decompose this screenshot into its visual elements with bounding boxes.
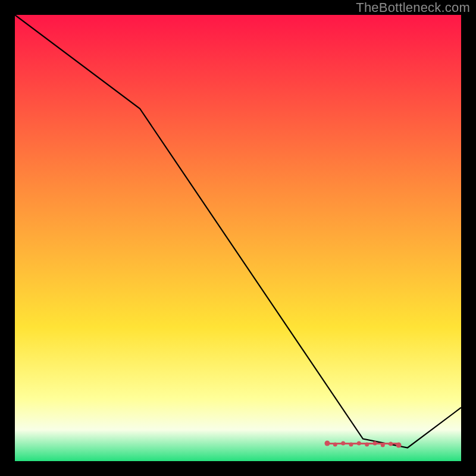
main-line xyxy=(15,15,461,448)
marker-dot xyxy=(373,441,377,446)
chart-stage: TheBottleneck.com xyxy=(0,0,476,476)
marker-group xyxy=(325,441,402,448)
plot-area xyxy=(15,15,461,461)
marker-dot xyxy=(341,441,345,446)
watermark-text: TheBottleneck.com xyxy=(356,0,470,15)
marker-dot xyxy=(349,443,353,447)
marker-dot xyxy=(357,441,361,446)
marker-dot xyxy=(389,442,393,446)
marker-dot xyxy=(365,443,369,447)
marker-bar xyxy=(327,443,399,444)
marker-dot xyxy=(325,441,330,446)
marker-dot xyxy=(381,443,385,447)
line-layer xyxy=(15,15,461,461)
marker-dot xyxy=(396,443,402,448)
marker-dot xyxy=(333,443,337,447)
